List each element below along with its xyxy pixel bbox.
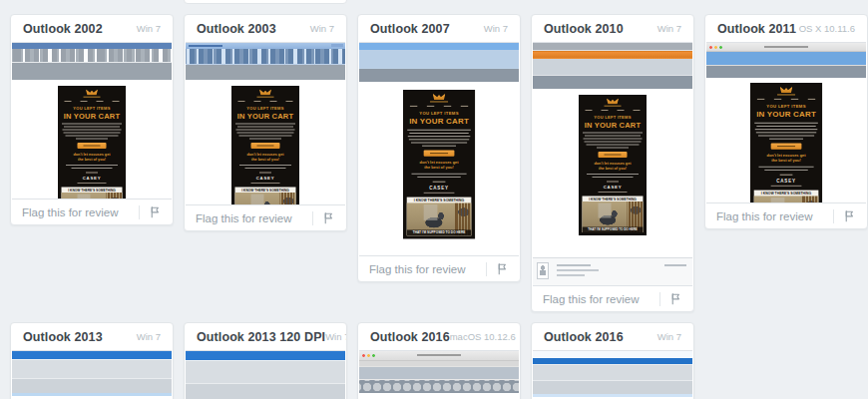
client-ribbon <box>359 50 519 69</box>
pigeon-photo: THAT I'M SUPPOSED TO DO HERE <box>583 201 644 232</box>
pigeon-photo: THAT I'M SUPPOSED TO DO HERE <box>62 193 123 199</box>
flag-for-review-row[interactable]: Flag this for review <box>358 256 520 281</box>
meme-caption-bottom: THAT I'M SUPPOSED TO DO HERE <box>583 227 644 232</box>
email-preview-thumbnail[interactable]: YOU LEFT ITEMS IN YOUR CART don't let ex… <box>359 350 519 399</box>
email-preview-thumbnail[interactable]: YOU LEFT ITEMS IN YOUR CART don't let ex… <box>359 42 519 256</box>
email-tagline-line2: the best of you! <box>754 159 819 164</box>
client-preview-card[interactable]: Outlook 2007 Win 7 YOU LEFT ITEMS <box>357 14 521 282</box>
card-header: Outlook 2002 Win 7 <box>11 15 173 42</box>
client-menubar <box>186 49 345 65</box>
client-preview-card[interactable]: Outlook 2011 OS X 10.11.6 YOU LEFT ITEMS <box>704 14 868 229</box>
message-body: YOU LEFT ITEMS IN YOUR CART don't let ex… <box>359 393 519 399</box>
client-platform-label: OS X 10.11.6 <box>799 23 855 34</box>
email-signature-subline <box>424 193 455 194</box>
client-preview-card[interactable]: Outlook 2016 Win 7 YOU LEFT ITEMS <box>531 322 694 399</box>
flag-for-review-row[interactable]: Flag this for review <box>185 205 346 230</box>
email-kicker: YOU LEFT ITEMS <box>583 115 644 120</box>
client-name: Outlook 2010 <box>544 22 624 36</box>
client-preview-card[interactable]: Outlook 2003 Win 7 YOU LEFT ITEMS <box>184 14 347 231</box>
client-preview-card[interactable]: Outlook 2013 120 DPI Win 7 YOU LEFT ITEM… <box>184 322 347 399</box>
client-menubar <box>533 358 692 365</box>
email-body-text-lines <box>235 124 296 140</box>
client-platform-label: Win 7 <box>484 23 508 34</box>
email-preview-thumbnail[interactable]: YOU LEFT ITEMS IN YOUR CART don't let ex… <box>186 350 345 399</box>
pigeon-photo: THAT I'M SUPPOSED TO DO HERE <box>754 196 819 202</box>
client-name: Outlook 2016 <box>544 330 624 344</box>
client-infobar <box>12 393 172 396</box>
email-signature: CASEY <box>407 185 472 190</box>
email-preview-thumbnail[interactable]: YOU LEFT ITEMS IN YOUR CART don't let ex… <box>706 42 866 203</box>
client-name: Outlook 2013 <box>23 330 103 344</box>
email-render-frame: YOU LEFT ITEMS IN YOUR CART don't let ex… <box>579 95 647 257</box>
client-infobar <box>533 394 692 397</box>
flag-label: Flag this for review <box>196 212 292 224</box>
flag-icon[interactable] <box>322 211 335 224</box>
message-header-lines <box>706 66 866 78</box>
flag-icon[interactable] <box>843 209 856 222</box>
client-platform-label: Win 7 <box>137 23 161 34</box>
meme-image: I KNOW THERE'S SOMETHING THAT I'M SUPPOS… <box>235 187 296 204</box>
email-cta-button <box>599 152 628 158</box>
client-platform-label: Win 7 <box>310 23 334 34</box>
message-header-lines <box>186 65 345 80</box>
email-nav-links <box>62 101 123 102</box>
email-preview-thumbnail[interactable]: YOU LEFT ITEMS IN YOUR CART don't let ex… <box>533 42 692 286</box>
flag-label: Flag this for review <box>22 206 119 218</box>
email-kicker: YOU LEFT ITEMS <box>62 106 123 111</box>
email-tagline-line2: the best of you! <box>235 157 296 162</box>
email-signoff-line <box>259 172 271 173</box>
email-signoff-line <box>86 172 98 173</box>
email-render-frame: YOU LEFT ITEMS IN YOUR CART don't let ex… <box>231 86 299 204</box>
client-preview-card[interactable]: Outlook 2002 Win 7 YOU LEFT ITEMS <box>10 14 174 225</box>
email-render: YOU LEFT ITEMS IN YOUR CART don't let ex… <box>579 95 647 235</box>
email-signature-subline <box>599 192 628 193</box>
email-preview-thumbnail[interactable]: YOU LEFT ITEMS IN YOUR CART don't let ex… <box>12 350 172 399</box>
meme-caption-bottom: THAT I'M SUPPOSED TO DO HERE <box>407 229 472 235</box>
card-partially-offscreen <box>184 0 347 4</box>
card-header: Outlook 2016 macOS 10.12.6 <box>358 323 520 350</box>
brand-logo-text <box>430 101 448 103</box>
client-ribbon <box>12 360 172 379</box>
email-preview-thumbnail[interactable]: YOU LEFT ITEMS IN YOUR CART don't let ex… <box>533 350 692 399</box>
email-preview-thumbnail[interactable]: YOU LEFT ITEMS IN YOUR CART don't let ex… <box>12 42 172 200</box>
flag-icon[interactable] <box>149 205 162 218</box>
email-signature-subline <box>78 183 107 184</box>
email-preview-thumbnail[interactable]: YOU LEFT ITEMS IN YOUR CART don't let ex… <box>186 42 345 205</box>
email-render-frame: YOU LEFT ITEMS IN YOUR CART don't let ex… <box>403 90 475 255</box>
email-tagline-line2: the best of you! <box>583 166 644 171</box>
flag-for-review-row[interactable]: Flag this for review <box>11 200 173 224</box>
flag-icon[interactable] <box>669 292 682 305</box>
email-headline: IN YOUR CART <box>407 117 472 126</box>
message-header-lines <box>12 379 172 393</box>
email-cta-button <box>78 143 107 149</box>
client-window-titlebar <box>12 351 172 360</box>
meme-image: I KNOW THERE'S SOMETHING THAT I'M SUPPOS… <box>754 190 819 202</box>
email-signature: CASEY <box>583 185 644 190</box>
flag-for-review-row[interactable]: Flag this for review <box>532 286 693 311</box>
client-preview-card[interactable]: Outlook 2013 Win 7 YOU LEFT ITEMS <box>10 322 174 399</box>
client-window-titlebar <box>186 351 345 361</box>
email-body-text-lines <box>407 130 472 147</box>
flag-label: Flag this for review <box>543 293 640 305</box>
flag-label: Flag this for review <box>369 263 466 275</box>
preview-grid: Outlook 2002 Win 7 YOU LEFT ITEMS <box>0 0 868 399</box>
client-preview-card[interactable]: Outlook 2010 Win 7 YOU LEFT ITEMS <box>531 14 694 312</box>
flag-for-review-row[interactable]: Flag this for review <box>705 203 867 228</box>
email-small-text-lines <box>754 166 819 170</box>
email-signoff-line <box>433 181 446 182</box>
flag-label: Flag this for review <box>716 210 813 222</box>
client-name: Outlook 2013 120 DPI <box>197 330 325 344</box>
brand-logo-icon <box>780 87 793 93</box>
email-kicker: YOU LEFT ITEMS <box>407 111 472 116</box>
client-preview-card[interactable]: Outlook 2016 macOS 10.12.6 YOU LEFT ITEM… <box>357 322 521 399</box>
email-render-frame: YOU LEFT ITEMS IN YOUR CART don't let ex… <box>58 86 126 199</box>
flag-icon[interactable] <box>496 262 509 275</box>
email-kicker: YOU LEFT ITEMS <box>754 104 819 109</box>
email-small-text-lines <box>407 173 472 177</box>
email-nav-links <box>754 99 819 100</box>
client-name: Outlook 2007 <box>370 22 450 36</box>
email-headline: IN YOUR CART <box>235 112 296 121</box>
email-kicker: YOU LEFT ITEMS <box>235 106 296 111</box>
brand-logo-text <box>84 97 101 99</box>
brand-logo-text <box>605 106 622 108</box>
